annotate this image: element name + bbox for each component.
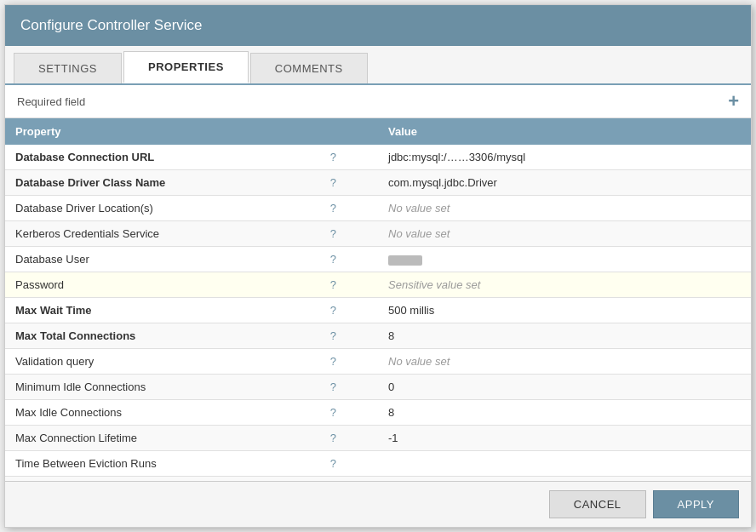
property-name-cell: Validation query [5,349,289,375]
column-property: Property [5,118,289,145]
help-icon[interactable]: ? [289,145,378,170]
table-row[interactable]: Validation query?No value set [5,349,751,375]
help-icon[interactable]: ? [289,272,378,298]
tab-comments[interactable]: COMMENTS [250,53,368,83]
apply-button[interactable]: APPLY [653,490,739,518]
table-header-row: Property Value [5,118,751,145]
table-row[interactable]: Database Driver Class Name?com.mysql.jdb… [5,170,751,196]
help-icon[interactable]: ? [289,477,378,482]
property-value-cell[interactable]: 30 mins [378,477,751,482]
required-field-bar: Required field + [5,85,751,118]
help-icon[interactable]: ? [289,349,378,375]
table-row[interactable]: Max Connection Lifetime?-1 [5,426,751,451]
table-row[interactable]: Minimum Evictable Idle Time?30 mins [5,477,751,482]
table-row[interactable]: Time Between Eviction Runs? [5,451,751,477]
table-row[interactable]: Max Wait Time?500 millis [5,298,751,323]
property-value-cell[interactable]: 8 [378,323,751,349]
property-value-cell[interactable]: -1 [378,426,751,451]
tab-properties[interactable]: PROPERTIES [123,51,249,83]
help-icon[interactable]: ? [289,170,378,196]
property-name-cell: Minimum Evictable Idle Time [5,477,289,482]
properties-table-container[interactable]: Property Value Database Connection URL?j… [5,118,751,481]
property-name-cell: Max Idle Connections [5,400,289,426]
help-icon[interactable]: ? [289,451,378,477]
property-name-cell: Max Total Connections [5,323,289,349]
help-icon[interactable]: ? [289,247,378,272]
table-row[interactable]: Minimum Idle Connections?0 [5,375,751,400]
table-row[interactable]: Database User? [5,247,751,272]
help-icon[interactable]: ? [289,400,378,426]
table-row[interactable]: Max Idle Connections?8 [5,400,751,426]
table-row[interactable]: Kerberos Credentials Service?No value se… [5,221,751,247]
table-row[interactable]: Database Driver Location(s)?No value set [5,196,751,221]
property-name-cell: Minimum Idle Connections [5,375,289,400]
property-value-cell[interactable] [378,451,751,477]
property-value-cell[interactable]: 0 [378,375,751,400]
tab-bar: SETTINGS PROPERTIES COMMENTS [5,46,751,85]
property-value-cell[interactable]: No value set [378,196,751,221]
tab-settings[interactable]: SETTINGS [14,53,122,83]
dialog-footer: CANCEL APPLY [5,481,751,527]
table-row[interactable]: Database Connection URL?jdbc:mysql:/……33… [5,145,751,170]
property-value-cell[interactable]: 8 [378,400,751,426]
property-value-cell[interactable]: No value set [378,221,751,247]
property-value-cell[interactable]: com.mysql.jdbc.Driver [378,170,751,196]
property-name-cell: Database Driver Location(s) [5,196,289,221]
property-name-cell: Kerberos Credentials Service [5,221,289,247]
property-value-cell[interactable]: 500 millis [378,298,751,323]
property-name-cell: Database Driver Class Name [5,170,289,196]
help-icon[interactable]: ? [289,298,378,323]
property-name-cell: Password [5,272,289,298]
property-name-cell: Max Connection Lifetime [5,426,289,451]
cancel-button[interactable]: CANCEL [549,490,646,518]
dialog-title: Configure Controller Service [5,5,751,46]
required-field-label: Required field [17,95,85,108]
redacted-value [388,255,422,266]
property-name-cell: Max Wait Time [5,298,289,323]
property-value-cell[interactable]: No value set [378,349,751,375]
help-icon[interactable]: ? [289,323,378,349]
property-value-cell[interactable]: Sensitive value set [378,272,751,298]
add-property-button[interactable]: + [728,92,739,111]
column-help [289,118,378,145]
property-name-cell: Database User [5,247,289,272]
help-icon[interactable]: ? [289,426,378,451]
table-row[interactable]: Max Total Connections?8 [5,323,751,349]
property-name-cell: Database Connection URL [5,145,289,170]
help-icon[interactable]: ? [289,375,378,400]
property-value-cell[interactable]: jdbc:mysql:/……3306/mysql [378,145,751,170]
configure-controller-service-dialog: Configure Controller Service SETTINGS PR… [4,4,752,528]
property-name-cell: Time Between Eviction Runs [5,451,289,477]
column-value: Value [378,118,751,145]
properties-table: Property Value Database Connection URL?j… [5,118,751,481]
table-row[interactable]: Password?Sensitive value set [5,272,751,298]
property-value-cell[interactable] [378,247,751,272]
help-icon[interactable]: ? [289,221,378,247]
help-icon[interactable]: ? [289,196,378,221]
